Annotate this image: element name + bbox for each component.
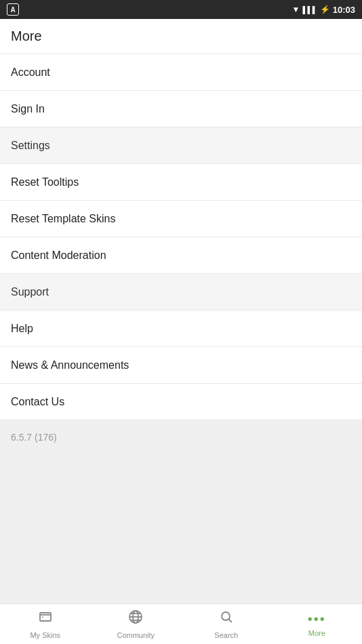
menu-item-reset-tooltips[interactable]: Reset Tooltips <box>0 164 362 201</box>
main-content: More Account Sign In Settings Reset Tool… <box>0 19 362 603</box>
my-skins-icon <box>37 609 54 629</box>
menu-item-contact-us[interactable]: Contact Us <box>0 384 362 420</box>
status-bar: A ▼ ▌▌▌ ⚡ 10:03 <box>0 0 362 19</box>
a-icon: A <box>7 3 19 16</box>
nav-item-more[interactable]: ••• More <box>272 604 363 644</box>
nav-item-community[interactable]: Community <box>91 604 182 644</box>
menu-item-settings[interactable]: Settings <box>0 127 362 164</box>
menu-item-reset-template-skins[interactable]: Reset Template Skins <box>0 201 362 237</box>
menu-item-news-announcements[interactable]: News & Announcements <box>0 347 362 384</box>
menu-item-account[interactable]: Account <box>0 54 362 91</box>
menu-item-news-announcements-label: News & Announcements <box>11 359 129 371</box>
menu-item-sign-in[interactable]: Sign In <box>0 91 362 127</box>
signal-icon: ▌▌▌ <box>302 6 317 14</box>
status-bar-left: A <box>7 3 19 16</box>
time-display: 10:03 <box>333 5 355 15</box>
page-title-bar: More <box>0 19 362 54</box>
menu-item-help-label: Help <box>11 323 33 335</box>
nav-item-my-skins[interactable]: My Skins <box>0 604 91 644</box>
svg-rect-0 <box>40 613 51 621</box>
battery-icon: ⚡ <box>320 5 330 14</box>
svg-point-8 <box>222 612 230 620</box>
community-icon <box>127 609 144 629</box>
menu-item-support-label: Support <box>11 286 49 298</box>
menu-item-content-moderation[interactable]: Content Moderation <box>0 237 362 274</box>
menu-item-reset-tooltips-label: Reset Tooltips <box>11 176 79 188</box>
search-icon <box>218 609 235 629</box>
nav-item-more-label: More <box>308 629 325 637</box>
menu-list: Account Sign In Settings Reset Tooltips … <box>0 54 362 603</box>
menu-item-reset-template-skins-label: Reset Template Skins <box>11 213 115 225</box>
version-text: 6.5.7 (176) <box>11 432 57 443</box>
page-title: More <box>11 28 42 43</box>
menu-item-sign-in-label: Sign In <box>11 103 45 115</box>
menu-item-account-label: Account <box>11 66 50 79</box>
version-area: 6.5.7 (176) <box>0 420 362 603</box>
nav-item-search-label: Search <box>214 631 238 639</box>
wifi-icon: ▼ <box>292 5 300 14</box>
more-icon: ••• <box>308 611 326 627</box>
nav-item-my-skins-label: My Skins <box>30 631 60 639</box>
nav-item-community-label: Community <box>117 631 155 639</box>
menu-item-help[interactable]: Help <box>0 310 362 347</box>
menu-item-contact-us-label: Contact Us <box>11 396 64 408</box>
svg-line-9 <box>228 620 232 623</box>
status-bar-right: ▼ ▌▌▌ ⚡ 10:03 <box>292 5 355 15</box>
nav-item-search[interactable]: Search <box>181 604 272 644</box>
menu-item-settings-label: Settings <box>11 140 50 152</box>
menu-item-support[interactable]: Support <box>0 274 362 310</box>
menu-item-content-moderation-label: Content Moderation <box>11 249 106 262</box>
svg-point-2 <box>42 617 43 618</box>
bottom-nav: My Skins Community Search ••• More <box>0 603 362 644</box>
